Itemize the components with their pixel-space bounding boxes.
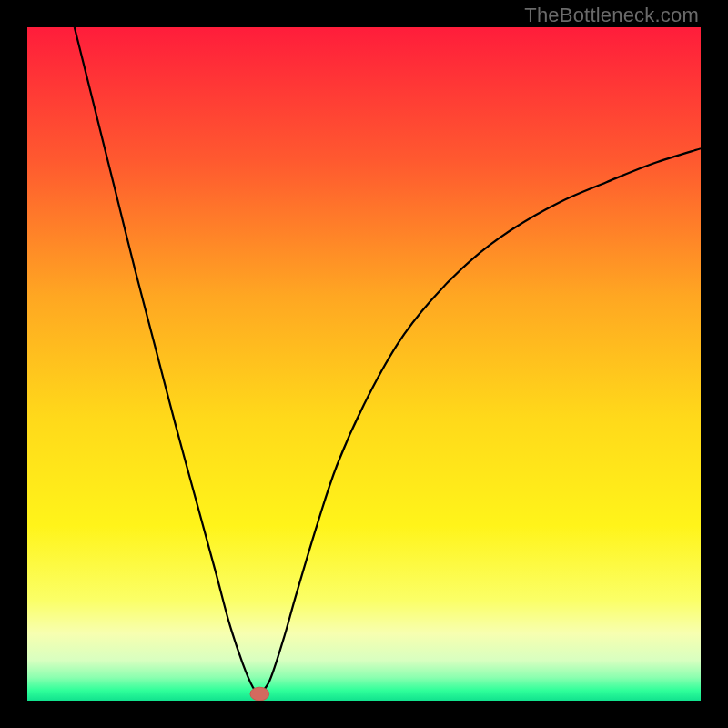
chart-frame: TheBottleneck.com xyxy=(0,0,728,728)
curve-left-branch xyxy=(75,27,259,694)
watermark-label: TheBottleneck.com xyxy=(524,4,699,27)
curve-right-branch xyxy=(259,148,701,693)
bottleneck-curve xyxy=(27,27,701,701)
plot-area xyxy=(27,27,701,701)
minimum-marker xyxy=(250,687,269,701)
